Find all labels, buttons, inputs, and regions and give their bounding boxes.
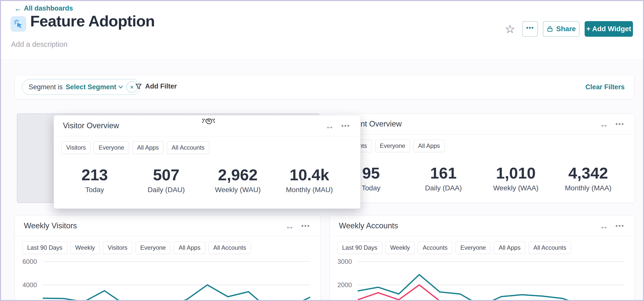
segment-select-dropdown[interactable]: Select Segment — [66, 83, 123, 91]
stat-value: 161 — [407, 164, 480, 182]
chip[interactable]: Last 90 Days — [22, 241, 67, 254]
stat-label: Daily (DAU) — [131, 186, 202, 194]
chip[interactable]: Everyone — [136, 241, 171, 254]
card-filter-chips: Visitors Everyone All Apps All Accounts — [61, 141, 209, 154]
card-title: Visitor Overview — [63, 121, 119, 130]
back-arrow-icon: ← — [14, 5, 22, 12]
stat-value: 10.4k — [274, 166, 345, 184]
cursor-click-icon — [13, 19, 23, 29]
chip[interactable]: Weekly — [385, 241, 415, 254]
stat-value: 213 — [59, 166, 131, 184]
feature-adoption-dashboard: { "header": { "back_link": "All dashboar… — [0, 0, 644, 301]
weekly-visitors-line-chart: 60004000 — [15, 255, 320, 301]
y-axis-tick-label: 2000 — [337, 281, 352, 289]
card-title: Weekly Visitors — [24, 221, 77, 230]
chip[interactable]: Last 90 Days — [337, 241, 382, 254]
y-axis-tick-label: 6000 — [22, 258, 37, 266]
filter-bar: Segment is Select Segment × Add Filter C… — [15, 75, 634, 99]
resize-horizontal-icon[interactable]: ↔ — [599, 119, 609, 130]
chart-plot-area — [358, 255, 624, 301]
y-axis-tick-label: 4000 — [22, 281, 37, 289]
weekly-visitors-card: Weekly Visitors ↔ ••• Last 90 Days Weekl… — [15, 215, 320, 301]
card-header-icons: ↔ ••• — [285, 216, 310, 236]
clear-filters-link[interactable]: Clear Filters — [585, 83, 625, 91]
chip[interactable]: Weekly — [70, 241, 100, 254]
add-filter-button[interactable]: Add Filter — [135, 82, 177, 90]
chart-plot-area — [43, 255, 310, 301]
stat-daily: 507 Daily (DAU) — [131, 166, 202, 194]
card-header: Account Overview ↔ ••• — [330, 114, 634, 135]
stat-monthly: 10.4k Monthly (MAU) — [274, 166, 345, 194]
chip[interactable]: All Apps — [132, 141, 164, 154]
back-to-all-dashboards-link[interactable]: ← All dashboards — [14, 5, 73, 12]
share-button-label: Share — [556, 25, 576, 33]
chip[interactable]: All Apps — [174, 241, 205, 254]
stat-weekly: 2,962 Weekly (WAU) — [202, 166, 274, 194]
stat-daily: 161 Daily (DAA) — [407, 164, 480, 192]
weekly-accounts-card: Weekly Accounts ↔ ••• Last 90 Days Weekl… — [330, 215, 635, 301]
visitor-overview-card-dragging[interactable]: Visitor Overview ↔ ••• Visitors Everyone… — [54, 115, 360, 209]
account-overview-card: Account Overview ↔ ••• Accounts Everyone… — [330, 113, 635, 203]
y-axis-tick-label: 3000 — [337, 258, 352, 266]
stat-label: Monthly (MAU) — [274, 186, 345, 194]
chip[interactable]: Everyone — [375, 140, 410, 152]
dashboard-type-icon — [11, 16, 26, 32]
stat-label: Daily (DAA) — [407, 184, 480, 192]
stat-label: Monthly (MAA) — [552, 184, 624, 192]
filter-funnel-icon — [135, 83, 142, 90]
chip[interactable]: Visitors — [61, 141, 91, 154]
chip[interactable]: All Apps — [413, 140, 445, 152]
card-header: Visitor Overview ↔ ••• — [54, 115, 360, 136]
stats-row: 95 Today 161 Daily (DAA) 1,010 Weekly (W… — [335, 164, 624, 192]
resize-horizontal-icon[interactable]: ↔ — [599, 221, 609, 231]
card-menu-icon[interactable]: ••• — [341, 122, 350, 130]
add-widget-button[interactable]: + Add Widget — [585, 21, 633, 37]
card-filter-chips: Last 90 Days Weekly Visitors Everyone Al… — [22, 241, 251, 254]
chip[interactable]: Accounts — [418, 241, 452, 254]
card-header-icons: ↔ ••• — [325, 115, 350, 136]
segment-filter-pill: Segment is Select Segment × — [22, 79, 140, 95]
card-filter-chips: Last 90 Days Weekly Accounts Everyone Al… — [337, 241, 571, 254]
resize-horizontal-icon[interactable]: ↔ — [285, 221, 294, 231]
page-title: Feature Adoption — [30, 12, 155, 30]
card-header: Weekly Visitors ↔ ••• — [15, 216, 320, 236]
favorite-star-icon[interactable]: ☆ — [503, 21, 517, 36]
back-link-label: All dashboards — [24, 5, 73, 12]
header-actions: ☆ ••• Share + Add Widget — [503, 21, 633, 37]
stat-value: 507 — [131, 166, 202, 184]
add-filter-label: Add Filter — [145, 82, 177, 90]
card-menu-icon[interactable]: ••• — [616, 120, 624, 128]
chip[interactable]: Visitors — [103, 241, 132, 254]
stat-label: Weekly (WAU) — [202, 186, 274, 194]
stat-today: 213 Today — [59, 166, 131, 194]
chip[interactable]: All Apps — [494, 241, 525, 254]
segment-select-value: Select Segment — [66, 83, 116, 91]
share-button[interactable]: Share — [543, 21, 580, 37]
chip[interactable]: All Accounts — [529, 241, 571, 254]
card-menu-icon[interactable]: ••• — [616, 222, 624, 230]
y-axis-labels: 60004000 — [15, 255, 37, 301]
y-axis-labels: 30002000 — [330, 255, 352, 301]
stat-label: Today — [59, 186, 131, 194]
card-header-icons: ↔ ••• — [599, 216, 624, 236]
page-header: ← All dashboards Feature Adoption Add a … — [1, 1, 643, 60]
card-title: Weekly Accounts — [339, 221, 398, 230]
lock-icon — [547, 25, 553, 33]
resize-horizontal-icon[interactable]: ↔ — [325, 121, 334, 131]
weekly-accounts-line-chart: 30002000 — [330, 255, 634, 301]
stat-value: 1,010 — [480, 164, 552, 182]
stat-value: 4,342 — [552, 164, 624, 182]
dashboard-description-placeholder[interactable]: Add a description — [11, 40, 67, 49]
segment-filter-label: Segment is — [29, 83, 63, 91]
stat-weekly: 1,010 Weekly (WAA) — [480, 164, 552, 192]
chevron-down-icon — [118, 85, 123, 89]
card-menu-icon[interactable]: ••• — [301, 222, 310, 230]
chip[interactable]: All Accounts — [209, 241, 251, 254]
more-options-button[interactable]: ••• — [522, 21, 538, 37]
chip[interactable]: All Accounts — [167, 141, 209, 154]
card-header-icons: ↔ ••• — [599, 114, 624, 135]
chip[interactable]: Everyone — [456, 241, 491, 254]
stat-monthly: 4,342 Monthly (MAA) — [552, 164, 624, 192]
chip[interactable]: Everyone — [94, 141, 129, 154]
stat-label: Weekly (WAA) — [480, 184, 552, 192]
